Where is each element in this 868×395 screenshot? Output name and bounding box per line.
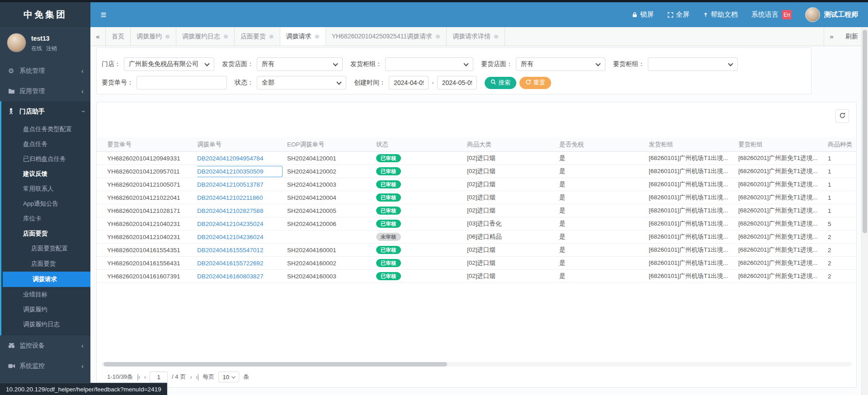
date-from-input[interactable] xyxy=(389,76,429,89)
ship-group-select[interactable] xyxy=(385,57,473,71)
req-store-select[interactable]: 所有 xyxy=(516,57,605,71)
tab-close-icon[interactable]: ⊗ xyxy=(165,33,170,39)
status-badge: 已审核 xyxy=(376,207,401,215)
app-header: 中免集团 ≡ 锁屏 全屏 帮助文档 系统语言 En 测试工程师 xyxy=(0,2,868,27)
status-cell: 已审核 xyxy=(376,220,467,228)
sidebar-item-已归档盘点任务[interactable]: 已归档盘点任务 xyxy=(1,151,90,166)
tax-free-cell: 是 xyxy=(559,233,649,241)
transfer-no-cell: DB20240412104235024 xyxy=(197,221,287,227)
req-group-cell: [68260201]广州新免T1进境... xyxy=(738,246,828,254)
sidebar-item-系统监控[interactable]: 系统监控‹ xyxy=(0,356,90,376)
tab-close-icon[interactable]: ⊗ xyxy=(223,33,228,39)
sidebar-item-监控设备[interactable]: 监控设备‹ xyxy=(0,335,90,356)
search-button[interactable]: 搜索 xyxy=(485,77,516,89)
sidebar-item-label: 门店助手 xyxy=(19,108,45,116)
vertical-scrollbar-thumb[interactable] xyxy=(863,30,867,233)
transfer-no-link[interactable]: DB20240412100350509 xyxy=(197,166,283,177)
sidebar-item-系统管理[interactable]: ⚙系统管理‹ xyxy=(0,61,90,81)
page-number-input[interactable] xyxy=(150,371,168,382)
category-cell: [02]进口烟 xyxy=(467,246,559,254)
sidebar-item-店面要货配置[interactable]: 店面要货配置 xyxy=(1,241,90,256)
table-row: YH6826020104121005071DB20240412100513787… xyxy=(97,178,856,191)
transfer-no-link[interactable]: DB20240416160803827 xyxy=(197,273,263,280)
status-cell: 已审核 xyxy=(376,154,467,163)
prev-page-button[interactable]: ‹ xyxy=(144,373,146,381)
sidebar-item-应用管理[interactable]: 应用管理‹ xyxy=(0,81,90,101)
language-badge[interactable]: En xyxy=(782,10,792,19)
sidebar-item-店面要货[interactable]: 店面要货 xyxy=(1,256,90,272)
req-no-cell: YH6826020104121005071 xyxy=(107,181,197,188)
sidebar-item-业绩目标[interactable]: 业绩目标 xyxy=(1,287,90,302)
tab-YH6826020104250925411调拨请求[interactable]: YH6826020104250925411调拨请求⊗ xyxy=(326,27,447,46)
tab-close-icon[interactable]: ⊗ xyxy=(269,33,274,39)
chevron-down-icon xyxy=(595,61,600,66)
req-group-cell: [68260201]广州新免T1进境... xyxy=(738,259,828,267)
transfer-no-link[interactable]: DB20240412104235024 xyxy=(197,221,263,227)
sidebar-toggle-button[interactable]: ≡ xyxy=(90,2,117,27)
first-page-button[interactable]: |‹ xyxy=(137,373,140,381)
per-page-select[interactable]: 10 xyxy=(218,371,239,382)
sidebar-expanded-group: 门店助手‹盘点任务类型配置盘点任务已归档盘点任务建议反馈常用联系人App通知公告… xyxy=(0,101,90,335)
sidebar-item-门店助手[interactable]: 门店助手‹ xyxy=(1,101,90,122)
transfer-no-link[interactable]: DB20240416155722692 xyxy=(197,260,263,267)
system-language-button[interactable]: 系统语言 En xyxy=(751,10,792,19)
tabs-scroll-left-button[interactable]: « xyxy=(90,27,106,46)
logout-link[interactable]: 注销 xyxy=(46,45,57,52)
horizontal-scrollbar-thumb[interactable] xyxy=(104,362,447,367)
transfer-no-cell: DB20240416155722692 xyxy=(197,260,287,267)
last-page-button[interactable]: ›| xyxy=(196,373,198,381)
tab-店面要货[interactable]: 店面要货⊗ xyxy=(235,27,280,46)
transfer-no-link[interactable]: DB20240412094954784 xyxy=(197,155,263,162)
sidebar-item-调拨请求[interactable]: 调拨请求 xyxy=(3,272,90,287)
next-page-button[interactable]: › xyxy=(190,373,192,381)
fullscreen-button[interactable]: 全屏 xyxy=(667,10,689,19)
tab-首页[interactable]: 首页 xyxy=(106,27,131,46)
status-select[interactable]: 全部 xyxy=(257,76,346,89)
search-icon xyxy=(491,79,496,86)
req-no-cell: YH6826020104161554351 xyxy=(107,247,197,254)
store-select[interactable]: 广州新免免税品有限公司 xyxy=(124,57,214,71)
sidebar-item-建议反馈[interactable]: 建议反馈 xyxy=(1,166,90,181)
table-header-商品大类: 商品大类 xyxy=(467,141,559,149)
table-refresh-button[interactable] xyxy=(835,109,849,123)
transfer-no-link[interactable]: DB20240412100513787 xyxy=(197,181,263,188)
tab-close-icon[interactable]: ⊗ xyxy=(435,33,440,39)
sidebar-item-label: 系统监控 xyxy=(19,362,45,370)
chevron-left-icon: ‹ xyxy=(81,342,84,349)
category-cell: [02]进口烟 xyxy=(467,272,559,280)
chevron-left-icon: ‹ xyxy=(81,87,84,95)
ship-store-select[interactable]: 所有 xyxy=(257,57,343,71)
ship-group-cell: [68260101]广州机场T1出境... xyxy=(649,246,738,254)
sidebar-item-调拨履约日志[interactable]: 调拨履约日志 xyxy=(1,317,90,332)
header-user-menu[interactable]: 测试工程师 xyxy=(805,7,858,22)
lock-screen-button[interactable]: 锁屏 xyxy=(632,10,654,19)
tab-调拨履约[interactable]: 调拨履约⊗ xyxy=(131,27,176,46)
req-group-select[interactable] xyxy=(648,57,738,71)
sidebar-item-盘点任务类型配置[interactable]: 盘点任务类型配置 xyxy=(1,122,90,136)
tab-close-icon[interactable]: ⊗ xyxy=(494,33,499,39)
order-no-input[interactable] xyxy=(137,76,227,89)
tabs-scroll-right-button[interactable]: » xyxy=(824,27,839,46)
transfer-no-link[interactable]: DB20240412102211860 xyxy=(197,194,263,201)
sidebar-item-库位卡[interactable]: 库位卡 xyxy=(1,211,90,226)
req-group-cell: [68260201]广州新免T1进境... xyxy=(738,154,828,162)
transfer-no-link[interactable]: DB20240412104236024 xyxy=(197,234,263,240)
sidebar-item-App通知公告[interactable]: App通知公告 xyxy=(1,196,90,211)
help-docs-button[interactable]: 帮助文档 xyxy=(703,10,738,19)
tab-调拨请求详情[interactable]: 调拨请求详情⊗ xyxy=(447,27,505,46)
transfer-no-link[interactable]: DB20240412102827588 xyxy=(197,207,263,214)
tab-调拨履约日志[interactable]: 调拨履约日志⊗ xyxy=(176,27,235,46)
sidebar-item-常用联系人[interactable]: 常用联系人 xyxy=(1,181,90,196)
sidebar-item-盘点任务[interactable]: 盘点任务 xyxy=(1,136,90,151)
date-to-input[interactable] xyxy=(437,76,477,89)
reset-button[interactable]: 重置 xyxy=(519,77,551,89)
page-total-label: / 4 页 xyxy=(172,373,186,381)
sidebar-item-店面要货[interactable]: 店面要货 xyxy=(1,226,90,241)
tab-调拨请求[interactable]: 调拨请求⊗ xyxy=(280,27,326,46)
table-header-要货单号: 要货单号 xyxy=(107,141,197,149)
tab-close-icon[interactable]: ⊗ xyxy=(315,33,320,39)
fullscreen-icon xyxy=(667,12,674,18)
sidebar-item-调拨履约[interactable]: 调拨履约 xyxy=(1,302,90,317)
sidebar-user-name: test13 xyxy=(31,35,57,42)
transfer-no-link[interactable]: DB20240416155547012 xyxy=(197,247,263,254)
